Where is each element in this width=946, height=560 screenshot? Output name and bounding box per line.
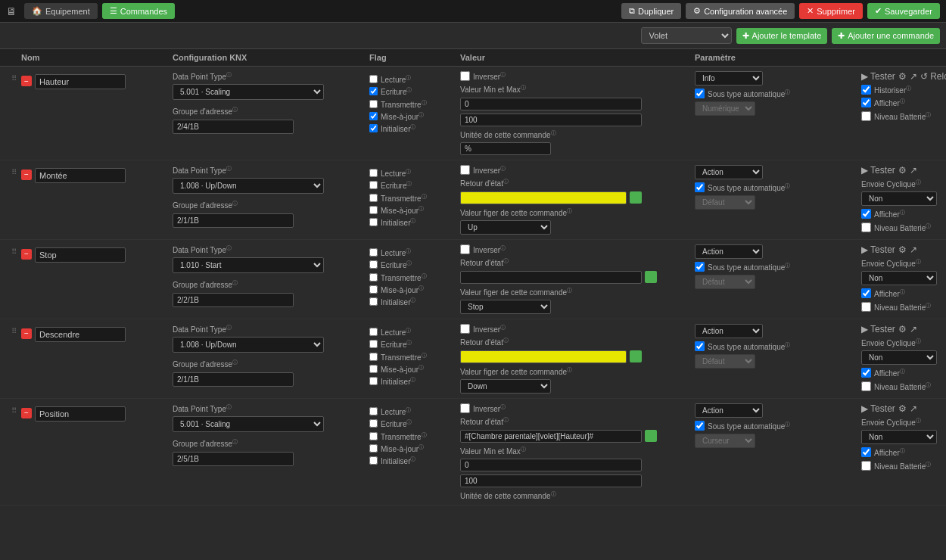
afficher-checkbox[interactable]: [861, 288, 871, 298]
knx-dpt-select[interactable]: 5.001 · Scaling: [173, 416, 324, 432]
unite-input[interactable]: [460, 142, 551, 155]
retour-etat-input[interactable]: [460, 350, 627, 363]
inverser-checkbox[interactable]: [460, 244, 470, 254]
knx-group-input[interactable]: [173, 120, 294, 134]
retour-etat-button[interactable]: [630, 350, 642, 362]
flag-checkbox[interactable]: [369, 328, 378, 336]
nom-input[interactable]: [35, 406, 126, 422]
nom-input[interactable]: [35, 74, 126, 89]
knx-group-input[interactable]: [173, 293, 294, 307]
retour-etat-button[interactable]: [645, 271, 657, 283]
retour-etat-input[interactable]: [460, 430, 642, 443]
flag-checkbox[interactable]: [369, 181, 378, 189]
flag-checkbox[interactable]: [369, 340, 378, 348]
val-max-input[interactable]: [460, 474, 642, 487]
flag-checkbox[interactable]: [369, 353, 378, 361]
inverser-checkbox[interactable]: [460, 71, 470, 81]
flag-checkbox[interactable]: [369, 112, 378, 120]
settings-icon[interactable]: ⚙: [898, 403, 907, 414]
retour-etat-button[interactable]: [630, 191, 642, 204]
flag-checkbox[interactable]: [369, 432, 378, 440]
knx-group-input[interactable]: [173, 452, 294, 466]
sous-type-checkbox[interactable]: [695, 182, 705, 192]
sous-type-checkbox[interactable]: [695, 341, 705, 351]
settings-icon[interactable]: ⚙: [898, 71, 907, 82]
share-icon[interactable]: ↗: [910, 403, 917, 414]
sauvegarder-button[interactable]: ✔ Sauvegarder: [867, 3, 940, 19]
retour-etat-input[interactable]: [460, 271, 642, 284]
tester-icon[interactable]: ▶ Tester: [861, 165, 895, 176]
share-icon[interactable]: ↗: [910, 71, 917, 82]
knx-group-input[interactable]: [173, 372, 294, 387]
knx-group-input[interactable]: [173, 213, 294, 228]
tester-icon[interactable]: ▶ Tester: [861, 71, 895, 82]
retour-etat-button[interactable]: [645, 430, 657, 442]
param-type-select[interactable]: Action: [695, 324, 763, 338]
flag-checkbox[interactable]: [369, 273, 378, 282]
remove-button[interactable]: −: [21, 328, 32, 339]
param-subtype-select[interactable]: Défaut: [695, 354, 755, 369]
flag-checkbox[interactable]: [369, 444, 378, 453]
flag-checkbox[interactable]: [369, 260, 378, 269]
sous-type-checkbox[interactable]: [695, 262, 705, 272]
niveau-batterie-checkbox[interactable]: [861, 222, 871, 232]
supprimer-button[interactable]: ✕ Supprimer: [799, 3, 863, 19]
flag-checkbox[interactable]: [369, 297, 378, 306]
flag-checkbox[interactable]: [369, 218, 378, 226]
share-icon[interactable]: ↗: [910, 324, 917, 334]
knx-dpt-select[interactable]: 1.008 · Up/Down: [173, 178, 324, 194]
flag-checkbox[interactable]: [369, 285, 378, 294]
val-max-input[interactable]: [460, 114, 642, 126]
config-avancee-button[interactable]: ⚙ Configuration avancée: [686, 3, 795, 19]
tab-equipement[interactable]: 🏠 Equipement: [24, 3, 98, 19]
param-subtype-select[interactable]: Curseur: [695, 434, 755, 448]
afficher-checkbox[interactable]: [861, 209, 871, 219]
envoi-cyclique-select[interactable]: Non: [861, 430, 937, 444]
remove-button[interactable]: −: [21, 408, 32, 418]
param-type-select[interactable]: Action: [695, 403, 763, 418]
param-subtype-select[interactable]: Défaut: [695, 195, 755, 210]
valeur-figer-select[interactable]: Stop: [460, 300, 551, 314]
valeur-figer-select[interactable]: Down: [460, 379, 551, 394]
envoi-cyclique-select[interactable]: Non: [861, 271, 937, 285]
retour-etat-input[interactable]: [460, 191, 627, 204]
knx-dpt-select[interactable]: 1.008 · Up/Down: [173, 337, 324, 353]
afficher-checkbox[interactable]: [861, 447, 871, 457]
historiser-checkbox[interactable]: [861, 85, 871, 95]
tab-commandes[interactable]: ☰ Commandes: [102, 3, 175, 19]
flag-checkbox[interactable]: [369, 87, 378, 95]
remove-button[interactable]: −: [21, 249, 32, 260]
inverser-checkbox[interactable]: [460, 165, 470, 175]
param-type-select[interactable]: Action: [695, 244, 763, 259]
flag-checkbox[interactable]: [369, 419, 378, 428]
niveau-batterie-checkbox[interactable]: [861, 381, 871, 391]
param-type-select[interactable]: Info: [695, 71, 763, 86]
sous-type-checkbox[interactable]: [695, 421, 705, 431]
param-type-select[interactable]: Action: [695, 165, 763, 179]
settings-icon[interactable]: ⚙: [898, 324, 907, 334]
flag-checkbox[interactable]: [369, 377, 378, 385]
nom-input[interactable]: [35, 247, 126, 263]
afficher-checkbox[interactable]: [861, 98, 871, 107]
param-subtype-select[interactable]: Défaut: [695, 275, 755, 289]
val-min-input[interactable]: [460, 459, 642, 471]
flag-checkbox[interactable]: [369, 100, 378, 108]
share-icon[interactable]: ↗: [910, 244, 917, 255]
nom-input[interactable]: [35, 168, 126, 183]
inverser-checkbox[interactable]: [460, 324, 470, 334]
inverser-checkbox[interactable]: [460, 403, 470, 413]
knx-dpt-select[interactable]: 5.001 · Scaling: [173, 84, 324, 100]
flag-checkbox[interactable]: [369, 169, 378, 177]
remove-button[interactable]: −: [21, 76, 32, 86]
niveau-batterie-checkbox[interactable]: [861, 302, 871, 312]
flag-checkbox[interactable]: [369, 407, 378, 415]
valeur-figer-select[interactable]: Up: [460, 220, 551, 235]
envoi-cyclique-select[interactable]: Non: [861, 350, 937, 365]
flag-checkbox[interactable]: [369, 194, 378, 202]
param-subtype-select[interactable]: Numérique: [695, 101, 755, 116]
niveau-batterie-checkbox[interactable]: [861, 461, 871, 471]
knx-dpt-select[interactable]: 1.010 · Start: [173, 257, 324, 273]
reload-icon[interactable]: ↺ Reload: [920, 71, 946, 82]
settings-icon[interactable]: ⚙: [898, 165, 907, 176]
flag-checkbox[interactable]: [369, 75, 378, 83]
